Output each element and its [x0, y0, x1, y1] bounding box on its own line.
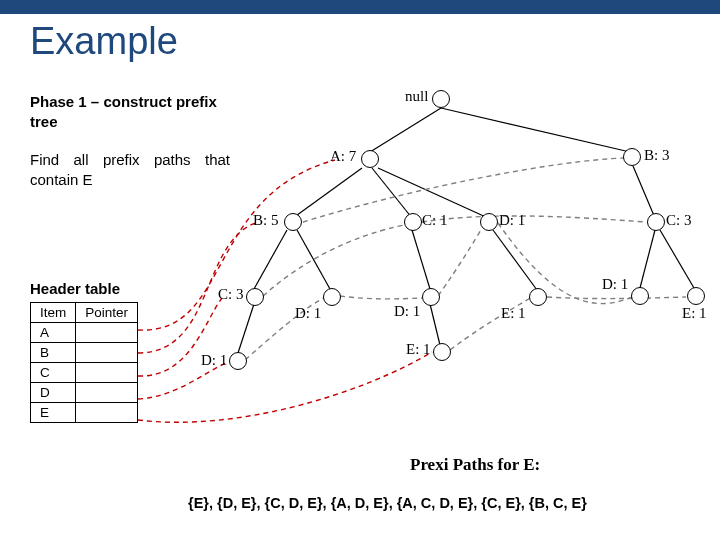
svg-line-8	[412, 230, 430, 289]
node-b5-label: B: 5	[253, 212, 278, 229]
node-c3b-label: C: 3	[218, 286, 243, 303]
node-c3r-label: C: 3	[666, 212, 691, 229]
svg-line-7	[238, 304, 254, 353]
svg-line-11	[633, 166, 655, 218]
svg-line-12	[640, 230, 655, 288]
node-e1a-label: E: 1	[501, 305, 526, 322]
svg-line-5	[254, 230, 287, 289]
node-c1-label: C: 1	[422, 212, 447, 229]
svg-line-2	[293, 168, 362, 218]
node-d1b-label: D: 1	[295, 305, 321, 322]
svg-line-0	[370, 108, 441, 152]
prefix-paths-line: {E}, {D, E}, {C, D, E}, {A, D, E}, {A, C…	[188, 495, 587, 511]
prefix-paths-title: Prexi Paths for E:	[410, 455, 540, 475]
svg-line-10	[430, 304, 440, 345]
node-d1d-label: D: 1	[394, 303, 420, 320]
svg-line-1	[441, 108, 630, 152]
node-null-label: null	[405, 88, 428, 105]
svg-line-6	[297, 230, 330, 289]
node-d1a-label: D: 1	[499, 212, 525, 229]
tree-edges	[0, 0, 720, 540]
node-b3-label: B: 3	[644, 147, 669, 164]
node-d1r-label: D: 1	[602, 276, 628, 293]
node-e1r-label: E: 1	[682, 305, 707, 322]
node-d1c-label: D: 1	[201, 352, 227, 369]
node-a7-label: A: 7	[330, 148, 356, 165]
node-e1b-label: E: 1	[406, 341, 431, 358]
svg-line-3	[372, 168, 412, 218]
svg-line-13	[660, 230, 694, 288]
svg-line-9	[493, 230, 537, 290]
svg-line-4	[378, 168, 488, 218]
